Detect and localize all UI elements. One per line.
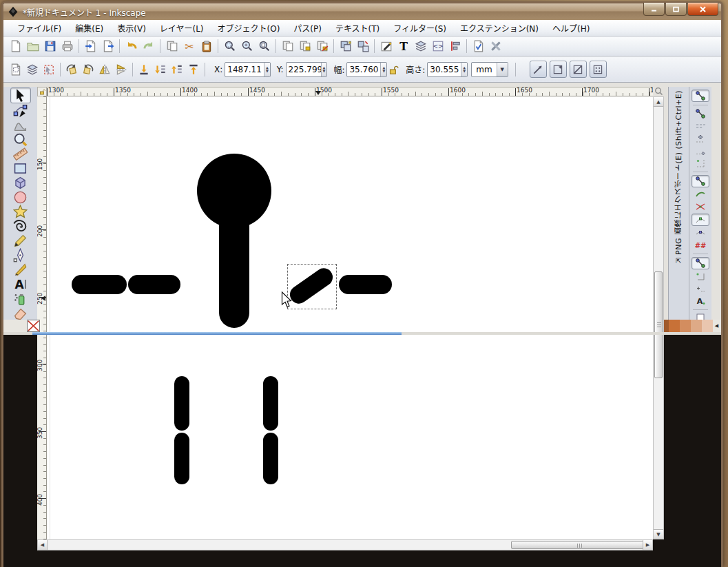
palette-none-swatch[interactable] — [27, 320, 40, 332]
unit-select[interactable]: mm ▼ — [471, 62, 508, 77]
snap-nodes-toggle[interactable] — [691, 175, 709, 187]
export-png-dock-tab[interactable]: ⇱ PNG 画像にエクスポート(E) (Shift+Ctrl+E) — [668, 87, 689, 320]
menu-item-3[interactable]: 表示(V) — [110, 20, 153, 36]
select-all-in-layers-button[interactable] — [24, 61, 41, 78]
select-all-button[interactable] — [8, 61, 24, 78]
palette-scroll-thumb[interactable] — [32, 332, 402, 335]
vertical-scrollbar[interactable]: ▲ ▼ — [653, 96, 664, 539]
zoom-selection-button[interactable] — [221, 38, 238, 54]
rotate-90-cw-button[interactable] — [80, 61, 96, 78]
title-bar[interactable]: *新規ドキュメント 1 - Inkscape — [3, 3, 721, 20]
figure-right-leg-lower[interactable] — [263, 433, 278, 484]
figure-right-arm-outer[interactable] — [339, 275, 392, 294]
affect-patterns-toggle[interactable] — [590, 61, 607, 78]
raise-button[interactable] — [169, 61, 185, 78]
unlink-clone-button[interactable] — [313, 38, 331, 54]
open-button[interactable] — [24, 38, 41, 54]
snap-smooth-nodes-toggle[interactable] — [691, 227, 709, 238]
snap-paths-toggle[interactable] — [691, 189, 709, 200]
menu-item-7[interactable]: テキスト(T) — [329, 20, 386, 36]
redo-button[interactable] — [140, 38, 157, 54]
menu-item-5[interactable]: オブジェクト(O) — [211, 20, 287, 36]
fill-stroke-dialog-button[interactable] — [377, 38, 395, 54]
cut-button[interactable]: ✂ — [180, 38, 198, 54]
close-button[interactable] — [687, 3, 718, 16]
measure-tool[interactable] — [10, 147, 31, 161]
snap-bbox-edges-toggle[interactable] — [691, 121, 709, 132]
text-tool[interactable]: A — [10, 277, 31, 291]
affect-stroke-toggle[interactable] — [530, 61, 547, 78]
width-value[interactable]: 35.760 — [347, 65, 380, 74]
new-button[interactable] — [7, 38, 24, 54]
horizontal-scroll-thumb[interactable] — [511, 541, 649, 549]
node-tool[interactable] — [10, 103, 31, 118]
snap-path-intersections-toggle[interactable] — [691, 201, 709, 212]
scroll-down-arrow[interactable]: ▼ — [654, 529, 663, 539]
paste-button[interactable] — [198, 38, 215, 54]
snap-rotation-centers-toggle[interactable] — [691, 283, 709, 294]
vertical-ruler[interactable]: 150200250300350400 — [37, 96, 47, 539]
menu-item-8[interactable]: フィルター(S) — [386, 20, 453, 36]
spray-tool[interactable] — [10, 291, 31, 306]
preferences-button[interactable] — [487, 38, 504, 54]
export-button[interactable] — [99, 38, 116, 54]
tweak-tool[interactable] — [10, 118, 31, 132]
print-button[interactable] — [59, 38, 76, 54]
align-dialog-button[interactable] — [446, 38, 464, 54]
duplicate-button[interactable] — [279, 38, 296, 54]
x-input[interactable]: 1487.11 ▲▼ — [225, 62, 270, 77]
y-input[interactable]: 225.799 ▲▼ — [286, 62, 328, 77]
import-button[interactable] — [82, 38, 99, 54]
clone-button[interactable] — [296, 38, 313, 54]
unit-value[interactable]: mm — [472, 65, 496, 74]
xml-editor-button[interactable]: <> — [429, 38, 446, 54]
copy-button[interactable] — [163, 38, 180, 54]
palette-swatch[interactable] — [702, 320, 713, 332]
affect-gradients-toggle[interactable] — [570, 61, 587, 78]
menu-item-10[interactable]: ヘルプ(H) — [545, 20, 596, 36]
snap-object-centers-toggle[interactable] — [691, 271, 709, 282]
spiral-tool[interactable] — [10, 219, 31, 234]
height-spinner[interactable]: ▲▼ — [461, 63, 467, 76]
figure-left-arm-inner[interactable] — [128, 275, 180, 294]
height-input[interactable]: 30.555 ▲▼ — [427, 62, 468, 77]
guide-lock-icon[interactable] — [37, 87, 47, 96]
snap-cusp-nodes-toggle[interactable] — [691, 214, 709, 226]
y-spinner[interactable]: ▲▼ — [321, 63, 327, 76]
snap-line-midpoints-toggle[interactable]: ## — [691, 240, 709, 251]
palette-scrollbar[interactable] — [3, 332, 721, 335]
figure-torso[interactable] — [219, 207, 249, 328]
figure-left-leg-upper[interactable] — [174, 376, 189, 431]
ellipse-tool[interactable] — [10, 190, 31, 205]
palette-scroll-left-icon[interactable]: ◀ — [713, 320, 720, 332]
snap-text-baseline-toggle[interactable]: A — [691, 296, 709, 307]
scroll-left-arrow[interactable]: ◀ — [38, 540, 48, 550]
snap-enable-toggle[interactable] — [691, 90, 709, 102]
box3d-tool[interactable] — [10, 176, 31, 190]
x-spinner[interactable]: ▲▼ — [264, 63, 270, 76]
group-button[interactable] — [337, 38, 354, 54]
zoom-tool[interactable] — [10, 132, 31, 147]
unit-dropdown-arrow-icon[interactable]: ▼ — [497, 63, 508, 76]
snap-bbox-edge-midpoints-toggle[interactable] — [691, 145, 709, 156]
undo-button[interactable] — [123, 38, 140, 54]
figure-left-arm-outer[interactable] — [72, 275, 127, 294]
star-tool[interactable] — [10, 205, 31, 219]
width-spinner[interactable]: ▲▼ — [380, 63, 386, 76]
horizontal-scrollbar[interactable]: ◀ ▶ — [37, 539, 653, 550]
snap-bbox-toggle[interactable] — [691, 108, 709, 119]
menu-item-6[interactable]: パス(P) — [287, 20, 329, 36]
pen-tool[interactable] — [10, 248, 31, 262]
palette-swatch[interactable] — [691, 320, 702, 332]
scroll-right-arrow[interactable]: ▶ — [643, 540, 652, 550]
snap-bbox-corners-toggle[interactable] — [691, 133, 709, 144]
lower-button[interactable] — [152, 61, 169, 78]
width-input[interactable]: 35.760 ▲▼ — [346, 62, 387, 77]
canvas[interactable] — [47, 96, 653, 539]
palette-swatch[interactable] — [669, 320, 680, 332]
flip-horizontal-button[interactable] — [96, 61, 113, 78]
eraser-tool[interactable] — [10, 306, 31, 320]
scroll-up-arrow[interactable]: ▲ — [654, 97, 663, 107]
lower-to-bottom-button[interactable] — [136, 61, 152, 78]
menu-item-9[interactable]: エクステンション(N) — [453, 20, 545, 36]
